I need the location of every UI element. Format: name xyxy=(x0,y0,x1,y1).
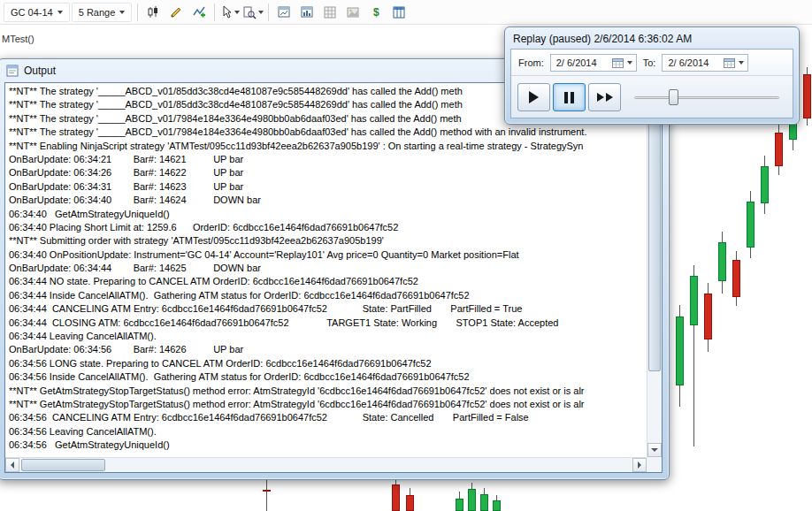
replay-date-row: From: 2/ 6/2014 To: 2/ 6/2014 xyxy=(511,50,793,76)
candle xyxy=(718,242,726,281)
log-line: 06:34:44 NO state. Preparing to CANCEL A… xyxy=(9,275,643,288)
period-dropdown[interactable]: 5 Range xyxy=(72,3,133,22)
log-line: **NT** The strategy '_____ABCD_v01/7984e… xyxy=(9,126,643,139)
grid-button[interactable] xyxy=(318,3,341,22)
indicators-icon xyxy=(192,5,206,19)
account-values-button[interactable]: $ xyxy=(364,3,387,22)
grid-icon xyxy=(323,5,337,19)
candle xyxy=(732,260,740,297)
log-line: OnBarUpdate: 06:34:44 Bar#: 14625 DOWN b… xyxy=(9,262,643,275)
log-line: **NT** GetAtmStrategyStopTargetStatus() … xyxy=(9,398,643,411)
zoom-button[interactable] xyxy=(241,3,264,22)
log-line: 06:34:44 Leaving CancelAllATM(). xyxy=(9,330,643,343)
vertical-scrollbar[interactable] xyxy=(647,83,662,457)
candle xyxy=(468,489,476,511)
pause-button[interactable] xyxy=(553,83,586,111)
log-line: **NT** Enabling NinjaScript strategy 'AT… xyxy=(9,140,643,153)
candle xyxy=(775,133,783,166)
replay-speed-slider[interactable] xyxy=(634,88,779,106)
output-log[interactable]: **NT** The strategy '_____ABCD_v01/85dd3… xyxy=(5,83,647,457)
replay-controls-row xyxy=(511,76,793,118)
zoom-icon xyxy=(242,5,257,19)
app-root: GC 04-14 5 Range xyxy=(0,0,812,511)
chevron-down-icon xyxy=(119,11,125,14)
candle xyxy=(761,166,769,203)
output-content-frame: **NT** The strategy '_____ABCD_v01/85dd3… xyxy=(4,82,663,473)
from-date-picker[interactable]: 2/ 6/2014 xyxy=(550,54,637,72)
calendar-icon xyxy=(612,57,624,68)
dollar-icon: $ xyxy=(373,6,379,19)
image-icon xyxy=(346,5,360,19)
log-line: 06:34:40 GetAtmStrategyUniqueId() xyxy=(9,208,643,221)
instrument-dropdown[interactable]: GC 04-14 xyxy=(4,3,70,22)
log-line: 06:34:56 GetAtmStrategyUniqueId() xyxy=(9,439,643,452)
chart-window-button[interactable] xyxy=(272,3,295,22)
arrow-down-icon xyxy=(651,448,658,452)
candle xyxy=(747,202,755,248)
window-icon xyxy=(6,65,19,77)
replay-content-frame: From: 2/ 6/2014 To: 2/ 6/2014 xyxy=(510,49,793,118)
instrument-label: GC 04-14 xyxy=(11,7,53,18)
play-icon xyxy=(529,91,539,103)
cursor-tool-button[interactable] xyxy=(218,3,241,22)
candle xyxy=(406,495,414,511)
table-icon xyxy=(392,5,406,19)
scroll-right-button[interactable] xyxy=(632,458,647,472)
horizontal-scrollbar[interactable] xyxy=(5,457,647,472)
to-date-picker[interactable]: 2/ 6/2014 xyxy=(662,54,748,72)
horizontal-scroll-thumb[interactable] xyxy=(21,459,105,471)
chart-style-button[interactable] xyxy=(142,3,165,22)
drawing-tools-icon xyxy=(169,5,183,19)
calendar-icon xyxy=(724,57,735,68)
slider-thumb[interactable] xyxy=(669,89,678,105)
data-table-button[interactable] xyxy=(387,3,410,22)
candle xyxy=(690,276,698,325)
slider-track xyxy=(634,96,779,99)
chevron-down-icon xyxy=(258,11,264,14)
candle xyxy=(456,499,463,511)
candle xyxy=(480,494,488,511)
snapshot-button[interactable] xyxy=(341,3,364,22)
replay-window: Replay (paused) 2/6/2014 6:36:02 AM From… xyxy=(504,27,800,125)
from-label: From: xyxy=(518,57,544,68)
log-line: 06:34:40 Placing Short Limit at: 1259.6 … xyxy=(9,221,643,234)
log-line: 06:34:56 Inside CancelAllATM(). Gatherin… xyxy=(9,370,643,384)
pause-icon xyxy=(564,92,574,103)
to-label: To: xyxy=(643,57,656,68)
log-line: 06:34:44 Inside CancelAllATM(). Gatherin… xyxy=(9,289,643,302)
log-line: **NT** GetAtmStrategyStopTargetStatus() … xyxy=(9,385,643,398)
scroll-left-button[interactable] xyxy=(5,458,19,472)
replay-titlebar[interactable]: Replay (paused) 2/6/2014 6:36:02 AM xyxy=(505,27,799,50)
play-button[interactable] xyxy=(517,83,550,111)
vertical-scroll-thumb[interactable] xyxy=(648,98,661,371)
fast-forward-icon xyxy=(597,93,604,102)
log-line: OnBarUpdate: 06:34:40 Bar#: 14624 DOWN b… xyxy=(9,194,643,207)
fast-forward-button[interactable] xyxy=(588,83,621,111)
cursor-icon xyxy=(220,5,233,19)
log-line: 06:34:44 CLOSING ATM: 6cdbcc16e1464f6dad… xyxy=(9,317,643,330)
data-panel-icon xyxy=(300,5,314,19)
chart-window-icon xyxy=(277,5,291,19)
toolbar-separator xyxy=(268,4,269,21)
toolbar-separator xyxy=(214,4,215,21)
log-line: 06:34:56 CANCELING ATM Entry: 6cdbcc16e1… xyxy=(9,411,643,424)
chevron-down-icon xyxy=(234,11,240,14)
chevron-down-icon xyxy=(627,61,632,65)
toolbar-separator xyxy=(137,4,138,21)
candle xyxy=(392,484,400,511)
period-label: 5 Range xyxy=(79,7,116,18)
scroll-down-button[interactable] xyxy=(647,443,662,457)
to-date-value: 2/ 6/2014 xyxy=(668,57,720,68)
indicators-button[interactable] xyxy=(188,3,211,22)
drawing-tools-button[interactable] xyxy=(165,3,188,22)
candle xyxy=(676,317,684,385)
candle xyxy=(263,490,271,492)
arrow-left-icon xyxy=(11,461,14,469)
log-line: 06:34:56 Leaving CancelAllATM(). xyxy=(9,425,643,439)
replay-title: Replay (paused) 2/6/2014 6:36:02 AM xyxy=(513,33,692,45)
from-date-value: 2/ 6/2014 xyxy=(556,57,609,68)
log-line: **NT** Submitting order with strategy 'A… xyxy=(9,234,643,248)
data-panel-button[interactable] xyxy=(295,3,318,22)
log-line: OnBarUpdate: 06:34:21 Bar#: 14621 UP bar xyxy=(9,153,643,166)
fast-forward-icon xyxy=(606,93,613,102)
